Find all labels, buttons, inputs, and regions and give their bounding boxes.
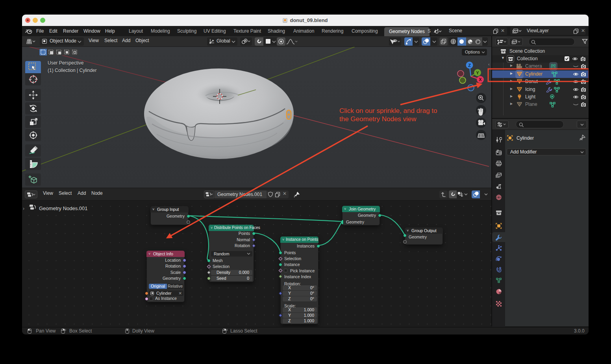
- svg-text:X: X: [479, 77, 482, 82]
- svg-text:Z: Z: [468, 63, 471, 68]
- svg-text:Y: Y: [476, 70, 479, 75]
